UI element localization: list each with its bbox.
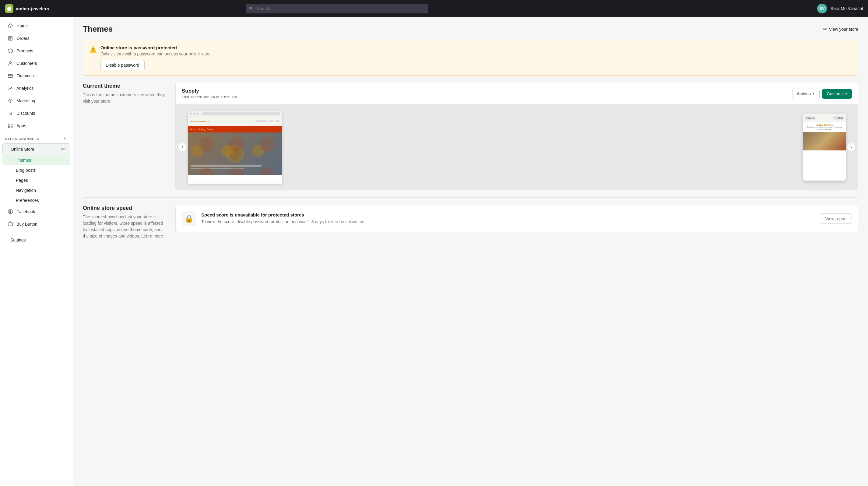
theme-preview-desktop: Amber Jewelers Home Catalog Con — [188, 111, 282, 184]
preview-menu-btn: ≡ Menu — [805, 116, 816, 120]
sidebar-item-buy-button[interactable]: Buy Button — [2, 218, 70, 230]
speed-section: Online store speed The score shows how f… — [83, 205, 858, 239]
products-label: Products — [17, 49, 33, 53]
actions-label: Actions — [797, 91, 811, 96]
warning-icon: ⚠️ — [89, 46, 97, 53]
store-logo[interactable]: amber-jewelers — [5, 4, 49, 13]
orders-label: Orders — [17, 36, 30, 41]
topbar-right: SV Sara Mo Vanacht — [817, 4, 863, 13]
sidebar-item-products[interactable]: Products — [2, 45, 70, 57]
store-name: amber-jewelers — [16, 6, 49, 11]
sidebar-item-home[interactable]: Home — [2, 20, 70, 32]
customize-button[interactable]: Customize — [822, 89, 852, 99]
sidebar-item-orders[interactable]: Orders — [2, 32, 70, 44]
blog-posts-label: Blog posts — [16, 168, 36, 173]
view-report-button[interactable]: View report — [820, 213, 852, 224]
browser-bar — [188, 111, 282, 117]
sidebar-item-discounts[interactable]: Discounts — [2, 107, 70, 119]
current-theme-desc: This is the theme customers see when the… — [83, 92, 168, 104]
warning-description: Only visitors with a password can access… — [100, 52, 212, 56]
sidebar-item-themes[interactable]: Themes — [2, 155, 70, 165]
preview-mobile-topbar: ≡ Menu 🛒 Cart — [803, 114, 846, 122]
pages-label: Pages — [16, 178, 28, 183]
sidebar-item-finances[interactable]: Finances — [2, 70, 70, 82]
actions-button[interactable]: Actions ▼ — [792, 89, 819, 99]
sidebar-item-facebook[interactable]: Facebook — [2, 206, 70, 218]
svg-point-3 — [10, 100, 11, 101]
finances-label: Finances — [17, 73, 34, 78]
marketing-icon — [7, 98, 13, 104]
speed-content: Speed score is unavailable for protected… — [201, 212, 815, 225]
buy-button-icon — [7, 221, 13, 227]
marketing-label: Marketing — [17, 98, 35, 103]
theme-card: Supply Last saved: Jan 24 at 10:29 am Ac… — [175, 83, 858, 190]
eye-icon: 👁 — [823, 27, 827, 32]
svg-rect-11 — [8, 223, 12, 226]
customers-label: Customers — [17, 61, 37, 66]
sales-channels-section: SALES CHANNELS + — [0, 132, 73, 143]
settings-label: Settings — [10, 238, 26, 242]
online-store-label: Online Store — [11, 147, 34, 152]
carousel-next-button[interactable]: › — [847, 143, 856, 151]
sidebar: Home Orders Products Customers — [0, 17, 73, 486]
page-header: Themes 👁 View your store — [83, 24, 858, 34]
analytics-icon — [7, 85, 13, 91]
add-sales-channel-button[interactable]: + — [62, 136, 68, 142]
topbar: amber-jewelers SV Sara Mo Vanacht — [0, 0, 868, 17]
sidebar-item-navigation[interactable]: Navigation — [2, 185, 70, 195]
buy-button-label: Buy Button — [17, 222, 37, 226]
svg-rect-8 — [8, 126, 10, 128]
sidebar-item-blog-posts[interactable]: Blog posts — [2, 165, 70, 175]
speed-card: 🔒 Speed score is unavailable for protect… — [175, 205, 858, 232]
home-icon — [7, 23, 13, 29]
sidebar-item-preferences[interactable]: Preferences — [2, 195, 70, 205]
speed-heading: Online store speed — [83, 205, 168, 211]
speed-title: Speed score is unavailable for protected… — [201, 212, 815, 217]
warning-title: Online store is password protected — [100, 45, 212, 50]
view-store-button[interactable]: 👁 View your store — [823, 27, 858, 32]
navigation-label: Navigation — [16, 188, 36, 193]
svg-point-1 — [9, 62, 11, 64]
sidebar-item-settings[interactable]: Settings — [2, 235, 70, 245]
home-label: Home — [17, 24, 28, 28]
sidebar-item-analytics[interactable]: Analytics — [2, 82, 70, 94]
theme-actions: Actions ▼ Customize — [792, 89, 852, 99]
sidebar-item-online-store[interactable]: Online Store 👁 — [2, 144, 70, 155]
theme-name: Supply — [182, 88, 237, 94]
sidebar-item-apps[interactable]: Apps — [2, 120, 70, 132]
sidebar-nav: Home Orders Products Customers — [0, 17, 73, 248]
svg-point-4 — [9, 112, 10, 113]
customers-icon — [7, 60, 13, 66]
theme-last-saved: Last saved: Jan 24 at 10:29 am — [182, 95, 237, 99]
analytics-label: Analytics — [17, 86, 33, 91]
theme-preview-mobile: ≡ Menu 🛒 Cart Amber Jewelers This site i… — [803, 114, 846, 181]
svg-rect-7 — [11, 124, 12, 125]
preferences-label: Preferences — [16, 198, 39, 203]
preview-amber-nav: Home Catalog Contact — [188, 126, 282, 132]
products-icon — [7, 48, 13, 54]
preview-amber-logo: Amber Jewelers — [190, 120, 209, 123]
warning-content: Online store is password protected Only … — [100, 45, 212, 70]
browser-dot-2 — [193, 113, 195, 115]
disable-password-button[interactable]: Disable password — [100, 60, 145, 70]
svg-rect-6 — [8, 124, 10, 125]
sidebar-item-pages[interactable]: Pages — [2, 175, 70, 185]
finances-icon — [7, 73, 13, 79]
theme-card-header: Supply Last saved: Jan 24 at 10:29 am Ac… — [176, 83, 858, 104]
search-input[interactable] — [246, 4, 428, 13]
apps-icon — [7, 123, 13, 129]
theme-preview: Amber Jewelers Home Catalog Con — [176, 104, 858, 190]
current-theme-info: Current theme This is the theme customer… — [83, 83, 168, 190]
apps-label: Apps — [17, 123, 26, 128]
preview-mobile-desc: This site is purely for demo purposes. T… — [804, 126, 844, 130]
svg-point-5 — [11, 114, 12, 115]
eye-icon: 👁 — [61, 147, 65, 152]
theme-card-container: Supply Last saved: Jan 24 at 10:29 am Ac… — [175, 83, 858, 190]
sidebar-item-marketing[interactable]: Marketing — [2, 95, 70, 107]
theme-info: Supply Last saved: Jan 24 at 10:29 am — [182, 88, 237, 99]
lock-icon: 🔒 — [182, 211, 196, 226]
shopify-icon — [5, 4, 13, 13]
sidebar-item-customers[interactable]: Customers — [2, 57, 70, 69]
carousel-prev-button[interactable]: ‹ — [178, 143, 187, 151]
facebook-icon — [7, 209, 13, 215]
